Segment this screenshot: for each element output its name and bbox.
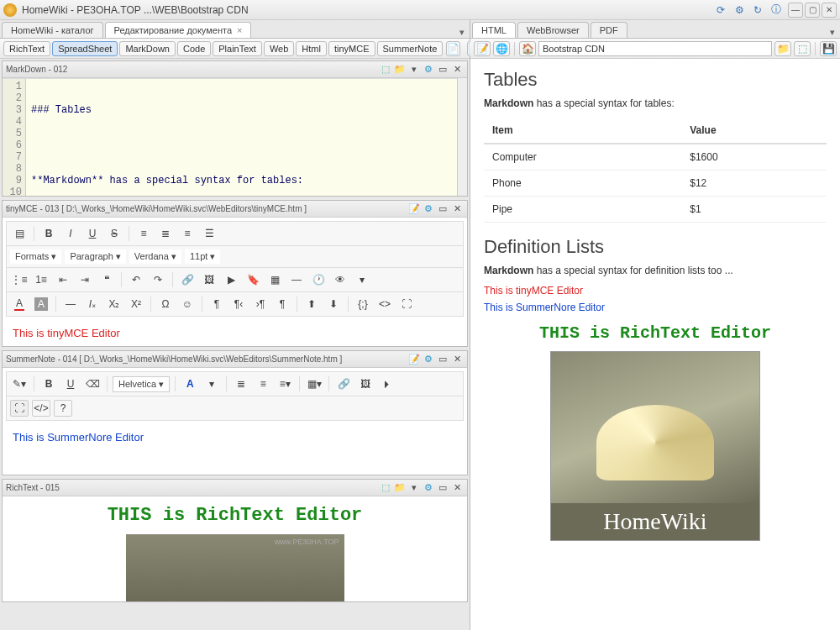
new-icon[interactable]: 📝 (407, 202, 421, 216)
show-blocks-button[interactable]: ¶ (207, 296, 226, 312)
mode-code[interactable]: Code (177, 41, 211, 56)
strike-button[interactable]: S (105, 225, 123, 242)
mode-tinymce[interactable]: tinyMCE (328, 41, 375, 56)
formats-select[interactable]: Formats ▾ (10, 249, 61, 264)
table-button[interactable]: ▦ (265, 271, 284, 288)
blockquote-button[interactable]: ❝ (97, 271, 116, 288)
paragraph-select[interactable]: Paragraph ▾ (65, 249, 125, 264)
backcolor-button[interactable]: A (32, 296, 50, 312)
video-button[interactable]: ⏵ (378, 375, 396, 392)
link-button[interactable]: 🔗 (178, 271, 197, 288)
paragraph-button[interactable]: ≡▾ (276, 375, 294, 392)
indent-button[interactable]: ⇥ (76, 271, 94, 288)
fullscreen-button[interactable]: ⛶ (397, 296, 416, 312)
close-pane-icon[interactable]: ✕ (450, 353, 464, 366)
summernote-content[interactable]: This is SummerNore Editor (3, 424, 467, 475)
underline-button[interactable]: U (61, 375, 80, 392)
minimize-button[interactable]: — (788, 3, 803, 18)
download-button[interactable]: ⬇ (324, 296, 343, 312)
restore-window-icon[interactable]: ⬚ (379, 481, 392, 495)
subscript-button[interactable]: X₂ (105, 296, 123, 312)
undo-button[interactable]: ↶ (127, 271, 145, 288)
ltr-button[interactable]: ¶‹ (229, 296, 248, 312)
mode-spreadsheet[interactable]: SpreadSheet (52, 41, 118, 56)
codesample-button[interactable]: {;} (354, 296, 372, 312)
close-pane-icon[interactable]: ✕ (450, 63, 464, 76)
clear-button[interactable]: Iₓ (83, 296, 102, 312)
ol-button[interactable]: ≡ (254, 375, 272, 392)
bullet-list-button[interactable]: ⋮≡ (10, 271, 29, 288)
tab-edit-document[interactable]: Редактирование документа× (105, 22, 252, 38)
bold-button[interactable]: B (39, 375, 58, 392)
sync-icon[interactable]: ⟳ (714, 3, 727, 17)
doc-icon[interactable]: 📄 (446, 41, 460, 56)
folder-icon[interactable]: 📁 (393, 481, 407, 495)
anchor-button[interactable]: 🔖 (244, 271, 262, 288)
minimize-pane-icon[interactable]: ▭ (436, 63, 449, 76)
new-icon[interactable]: 📝 (407, 353, 421, 366)
help-button[interactable]: ? (54, 400, 72, 417)
ul-button[interactable]: ≣ (232, 375, 250, 392)
link-icon[interactable]: ⚙ (422, 481, 435, 495)
emoticons-button[interactable]: ☺ (178, 296, 197, 312)
align-center-button[interactable]: ≣ (156, 225, 175, 242)
minimize-pane-icon[interactable]: ▭ (436, 353, 449, 366)
color-button[interactable]: A (181, 375, 199, 392)
html-preview[interactable]: Tables Markdown has a special syntax for… (470, 59, 840, 630)
scrollbar[interactable] (457, 78, 467, 196)
align-right-button[interactable]: ≡ (178, 225, 197, 242)
link-icon[interactable]: ⚙ (422, 63, 435, 76)
link-icon[interactable]: ⚙ (422, 353, 435, 366)
home-icon[interactable]: 🏠 (519, 41, 536, 56)
tinymce-content[interactable]: This is tinyMCE Editor (3, 320, 467, 346)
font-select[interactable]: Helvetica ▾ (113, 376, 170, 392)
restore-window-icon[interactable]: ⬚ (379, 63, 392, 76)
mode-web[interactable]: Web (264, 41, 294, 56)
source-icon[interactable]: ▤ (10, 225, 29, 242)
minimize-pane-icon[interactable]: ▭ (436, 202, 449, 216)
mode-plaintext[interactable]: PlainText (213, 41, 262, 56)
folder-icon[interactable]: 📁 (393, 63, 407, 76)
close-pane-icon[interactable]: ✕ (450, 202, 464, 216)
remove-format-button[interactable]: — (61, 296, 80, 312)
info-icon[interactable]: ⓘ (769, 3, 783, 17)
charmap-button[interactable]: Ω (156, 296, 175, 312)
media-button[interactable]: ▶ (222, 271, 240, 288)
align-left-button[interactable]: ≡ (134, 225, 153, 242)
style-button[interactable]: ✎▾ (10, 375, 29, 392)
hr-button[interactable]: — (287, 271, 306, 288)
redo-button[interactable]: ↷ (149, 271, 167, 288)
tab-webbrowser[interactable]: WebBrowser (517, 22, 589, 38)
tab-html[interactable]: HTML (472, 22, 516, 38)
folder-icon[interactable]: 📁 (774, 41, 791, 56)
maximize-button[interactable]: ▢ (805, 3, 820, 18)
superscript-button[interactable]: X² (127, 296, 145, 312)
mode-richtext[interactable]: RichText (3, 41, 50, 56)
outdent-button[interactable]: ⇤ (54, 271, 72, 288)
chevron-down-icon[interactable]: ▾ (407, 63, 421, 76)
refresh-icon[interactable]: ↻ (751, 3, 764, 17)
forecolor-button[interactable]: A (10, 296, 29, 312)
mode-summernote[interactable]: SummerNote (377, 41, 444, 56)
chevron-down-icon[interactable]: ▾ (353, 271, 371, 288)
codeview-button[interactable]: </> (32, 400, 50, 417)
open-icon[interactable]: ⬚ (794, 41, 811, 56)
visualchars-button[interactable]: ¶ (273, 296, 291, 312)
upload-button[interactable]: ⬆ (302, 296, 321, 312)
italic-button[interactable]: I (61, 225, 80, 242)
font-select[interactable]: Verdana ▾ (129, 249, 181, 264)
mode-html[interactable]: Html (296, 41, 327, 56)
table-button[interactable]: ▦▾ (305, 375, 323, 392)
richtext-content[interactable]: THIS is RichText Editor (3, 496, 467, 601)
link-button[interactable]: 🔗 (334, 375, 353, 392)
close-button[interactable]: ✕ (822, 3, 837, 18)
bold-button[interactable]: B (39, 225, 58, 242)
picture-button[interactable]: 🖼 (356, 375, 375, 392)
rtl-button[interactable]: ›¶ (251, 296, 270, 312)
gear-icon[interactable]: ⚙ (732, 3, 746, 17)
close-icon[interactable]: × (237, 25, 242, 35)
tab-catalog[interactable]: HomeWiki - каталог (2, 22, 103, 38)
clear-button[interactable]: ⌫ (83, 375, 102, 392)
fontsize-select[interactable]: 11pt ▾ (185, 249, 220, 264)
tabs-dropdown-icon[interactable]: ▾ (454, 27, 470, 38)
